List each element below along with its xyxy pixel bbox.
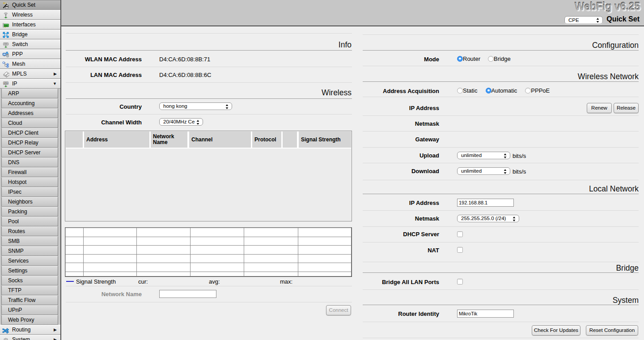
svg-text:255: 255 xyxy=(4,82,8,85)
